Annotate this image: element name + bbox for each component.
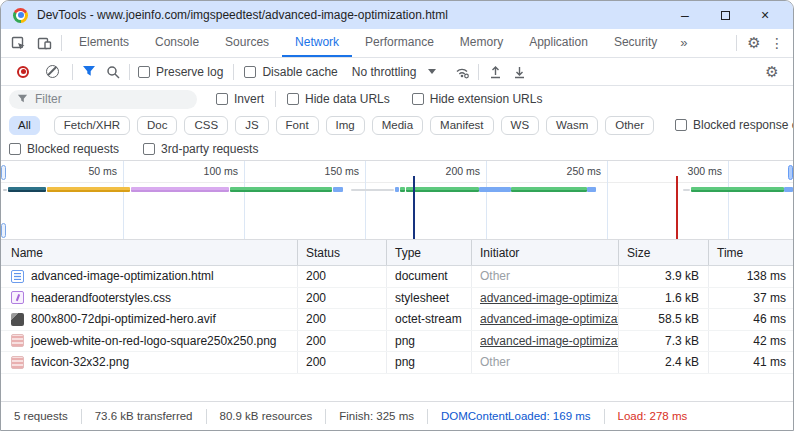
clear-network-log-button[interactable] [46,65,59,78]
minimize-button[interactable]: – [665,2,705,28]
network-conditions-button[interactable] [450,60,474,84]
disable-cache-checkbox[interactable]: Disable cache [244,65,337,79]
chip-css[interactable]: CSS [184,116,228,135]
close-button[interactable]: × [745,2,785,28]
table-row[interactable]: favicon-32x32.png 200 png Other 2.4 kB 4… [1,352,793,374]
tab-performance[interactable]: Performance [352,29,447,57]
request-size: 3.9 kB [618,266,708,287]
waterfall-segment [47,187,130,192]
requests-count: 5 requests [1,410,81,422]
chip-wasm[interactable]: Wasm [546,116,598,135]
kebab-menu-button[interactable]: ⋮ [767,35,787,51]
request-initiator-link[interactable]: advanced-image-optimizat [480,291,618,305]
import-har-button[interactable] [483,60,507,84]
tab-security[interactable]: Security [601,29,670,57]
record-network-log-button[interactable] [17,66,29,78]
checkbox-icon [9,143,21,155]
invert-checkbox[interactable]: Invert [216,92,264,106]
column-header-type[interactable]: Type [386,240,471,265]
tab-memory[interactable]: Memory [447,29,516,57]
tab-application[interactable]: Application [516,29,601,57]
chip-img[interactable]: Img [326,116,365,135]
export-har-button[interactable] [507,60,531,84]
timeline-gridline [123,161,124,239]
network-overview-timeline[interactable]: 50 ms100 ms150 ms200 ms250 ms300 ms [1,161,793,240]
request-status: 200 [297,309,386,330]
divider [72,64,73,80]
request-time: 138 ms [708,266,794,287]
checkbox-icon [675,119,687,131]
preserve-log-label: Preserve log [156,65,223,79]
chip-ws[interactable]: WS [501,116,540,135]
request-time: 46 ms [708,309,794,330]
checkbox-icon [216,93,228,105]
tab-bar-right: ⚙ ⋮ [732,29,793,57]
request-time: 41 ms [708,352,794,373]
chip-js[interactable]: JS [235,116,268,135]
table-row[interactable]: advanced-image-optimization.html 200 doc… [1,266,793,288]
overview-right-handle[interactable] [788,165,793,180]
chip-manifest[interactable]: Manifest [430,116,493,135]
timeline-gridline [365,161,366,239]
filter-input[interactable]: Filter [9,90,197,109]
table-row[interactable]: headerandfooterstyles.css 200 stylesheet… [1,288,793,310]
waterfall-segment [691,187,784,192]
timeline-tick-label: 150 ms [325,165,359,177]
third-party-requests-checkbox[interactable]: 3rd-party requests [143,142,258,156]
chip-font[interactable]: Font [276,116,319,135]
column-header-status[interactable]: Status [297,240,386,265]
throttling-dropdown[interactable]: No throttling [352,65,437,79]
blocked-response-cookies-label: Blocked response cookies [693,118,794,132]
chip-fetch-xhr[interactable]: Fetch/XHR [54,116,130,135]
request-size: 1.6 kB [618,288,708,309]
load-time: Load: 278 ms [605,410,701,422]
overview-left-lower-handle[interactable] [1,223,6,238]
inspect-element-button[interactable] [5,29,31,57]
table-row[interactable]: joeweb-white-on-red-logo-square250x250.p… [1,331,793,353]
request-initiator-link[interactable]: advanced-image-optimizat [480,312,618,326]
blocked-requests-checkbox[interactable]: Blocked requests [9,142,119,156]
resources-size: 80.9 kB resources [207,410,326,422]
filter-toggle-button[interactable] [77,60,101,84]
chip-doc[interactable]: Doc [137,116,177,135]
divider [275,91,276,107]
device-toolbar-button[interactable] [31,29,57,57]
request-size: 7.3 kB [618,331,708,352]
tab-elements[interactable]: Elements [66,29,142,57]
column-header-size[interactable]: Size [618,240,708,265]
blocked-response-cookies-checkbox[interactable]: Blocked response cookies [675,118,794,132]
more-tabs-button[interactable]: » [670,29,697,57]
search-icon [106,65,120,79]
chip-other[interactable]: Other [605,116,654,135]
request-status: 200 [297,288,386,309]
timeline-gridline [244,161,245,239]
tab-network[interactable]: Network [282,29,352,57]
funnel-icon [82,65,96,78]
settings-gear-button[interactable]: ⚙ [741,34,767,52]
timeline-tick-label: 50 ms [88,165,117,177]
chip-media[interactable]: Media [372,116,423,135]
request-time: 42 ms [708,331,794,352]
overview-left-handle[interactable] [1,165,6,180]
network-settings-gear-button[interactable]: ⚙ [759,63,785,81]
table-row[interactable]: 800x800-72dpi-optimized-hero.avif 200 oc… [1,309,793,331]
request-initiator-link[interactable]: advanced-image-optimizat [480,334,618,348]
column-header-initiator[interactable]: Initiator [471,240,618,265]
hide-data-urls-checkbox[interactable]: Hide data URLs [287,92,390,106]
title-bar: DevTools - www.joeinfo.com/imgspeedtest/… [1,1,793,29]
tab-console[interactable]: Console [142,29,212,57]
inspect-icon [11,36,26,51]
waterfall-segment [406,187,479,192]
tab-sources[interactable]: Sources [212,29,282,57]
column-header-name[interactable]: Name [1,240,297,265]
request-name: favicon-32x32.png [31,355,129,369]
waterfall-segment [587,187,596,192]
hide-extension-urls-checkbox[interactable]: Hide extension URLs [412,92,543,106]
chip-all[interactable]: All [9,116,40,135]
wifi-gear-icon [454,65,470,79]
column-header-time[interactable]: Time [708,240,794,265]
divider [478,64,479,80]
maximize-button[interactable] [705,2,745,28]
preserve-log-checkbox[interactable]: Preserve log [138,65,223,79]
search-button[interactable] [101,60,125,84]
